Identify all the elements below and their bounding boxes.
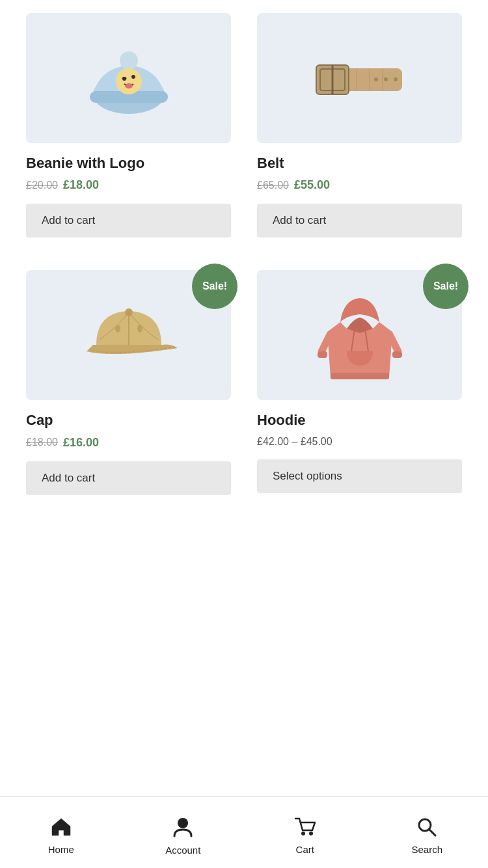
svg-point-16 xyxy=(374,77,378,81)
product-image-beanie xyxy=(26,13,231,143)
nav-search[interactable]: Search xyxy=(366,797,489,868)
svg-point-3 xyxy=(116,68,142,94)
nav-search-label: Search xyxy=(411,844,442,855)
nav-home[interactable]: Home xyxy=(0,797,122,868)
sale-badge-cap: Sale! xyxy=(192,264,237,309)
home-icon xyxy=(51,817,72,840)
sale-badge-hoodie: Sale! xyxy=(423,264,468,309)
price-beanie: £20.00 £18.00 xyxy=(26,178,231,192)
svg-point-18 xyxy=(394,77,398,81)
sale-price-beanie: £18.00 xyxy=(63,178,99,192)
svg-rect-26 xyxy=(331,373,389,379)
svg-line-31 xyxy=(429,830,435,835)
add-to-cart-cap[interactable]: Add to cart xyxy=(26,461,231,495)
hoodie-illustration xyxy=(311,286,409,384)
nav-account[interactable]: Account xyxy=(122,797,245,868)
original-price-beanie: £20.00 xyxy=(26,180,58,191)
add-to-cart-belt[interactable]: Add to cart xyxy=(257,204,462,237)
original-price-cap: £18.00 xyxy=(26,437,58,448)
svg-point-6 xyxy=(125,83,133,88)
products-grid: Beanie with Logo £20.00 £18.00 Add to ca… xyxy=(0,0,488,593)
svg-point-29 xyxy=(309,832,313,835)
price-cap: £18.00 £16.00 xyxy=(26,436,231,450)
price-belt: £65.00 £55.00 xyxy=(257,178,462,192)
product-image-cap: Sale! xyxy=(26,270,231,400)
belt-illustration xyxy=(311,29,409,127)
sale-price-belt: £55.00 xyxy=(294,178,330,192)
price-range-hoodie: £42.00 – £45.00 xyxy=(257,436,332,448)
bottom-nav: Home Account Cart Search xyxy=(0,796,488,868)
nav-cart-label: Cart xyxy=(296,844,314,855)
select-options-hoodie[interactable]: Select options xyxy=(257,459,462,493)
product-card-belt: Belt £65.00 £55.00 Add to cart xyxy=(244,0,488,257)
cap-illustration xyxy=(80,286,178,384)
svg-point-28 xyxy=(301,832,305,835)
product-name-hoodie: Hoodie xyxy=(257,412,462,429)
product-image-hoodie: Sale! xyxy=(257,270,462,400)
product-name-beanie: Beanie with Logo xyxy=(26,155,231,172)
product-card-beanie: Beanie with Logo £20.00 £18.00 Add to ca… xyxy=(0,0,244,257)
product-card-hoodie: Sale! xyxy=(244,257,488,514)
price-hoodie: £42.00 – £45.00 xyxy=(257,436,462,448)
account-icon xyxy=(173,817,193,841)
svg-rect-25 xyxy=(392,351,402,358)
svg-point-21 xyxy=(137,325,142,332)
original-price-belt: £65.00 xyxy=(257,180,289,191)
nav-account-label: Account xyxy=(165,845,200,856)
nav-cart[interactable]: Cart xyxy=(244,797,366,868)
sale-price-cap: £16.00 xyxy=(63,436,99,450)
add-to-cart-beanie[interactable]: Add to cart xyxy=(26,204,231,237)
product-name-cap: Cap xyxy=(26,412,231,429)
svg-point-27 xyxy=(178,818,188,828)
product-card-cap: Sale! Cap £18.00 £ xyxy=(0,257,244,514)
cart-icon xyxy=(294,817,316,840)
nav-home-label: Home xyxy=(48,844,74,855)
search-icon xyxy=(417,817,437,840)
product-name-belt: Belt xyxy=(257,155,462,172)
svg-point-20 xyxy=(115,325,120,332)
svg-point-17 xyxy=(384,77,388,81)
svg-rect-24 xyxy=(318,351,327,358)
svg-point-2 xyxy=(120,51,138,70)
product-image-belt xyxy=(257,13,462,143)
beanie-illustration xyxy=(80,29,178,127)
